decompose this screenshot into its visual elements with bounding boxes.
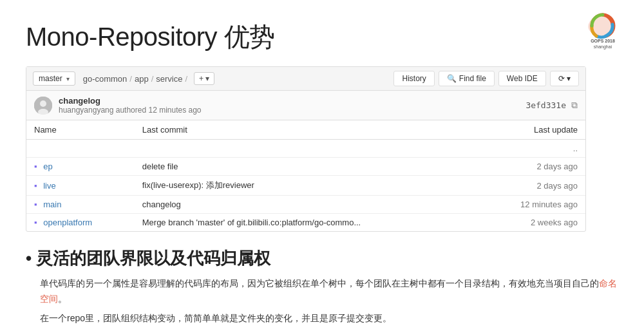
commit-row: changelog huangyangyang authored 12 minu… bbox=[26, 91, 585, 120]
find-file-button[interactable]: 🔍 Find file bbox=[439, 71, 495, 86]
bullet-heading-text: • 灵活的团队界限以及代码归属权 bbox=[26, 247, 270, 270]
search-icon: 🔍 bbox=[447, 74, 457, 83]
commit-name: changelog bbox=[59, 96, 526, 106]
slash-3: / bbox=[185, 74, 187, 84]
table-row: ▪ openplatform Merge branch 'master' of … bbox=[26, 214, 585, 232]
file-name-cell: ▪ live bbox=[26, 176, 135, 196]
namespace-link[interactable]: 命名空间 bbox=[40, 278, 617, 304]
svg-point-4 bbox=[40, 100, 46, 107]
more-button[interactable]: ⟳ ▾ bbox=[550, 71, 579, 86]
table-row: ▪ live fix(live-userexp): 添加reviewer 2 d… bbox=[26, 176, 585, 196]
branch-label: master bbox=[39, 74, 62, 83]
paragraph-1: 单代码库的另一个属性是容易理解的代码库的布局，因为它被组织在单个树中，每个团队在… bbox=[26, 276, 618, 307]
commit-info: changelog huangyangyang authored 12 minu… bbox=[59, 96, 526, 115]
svg-text:GOPS 2018: GOPS 2018 bbox=[591, 39, 615, 43]
breadcrumb-part-2: app bbox=[135, 74, 149, 84]
parent-dir-link[interactable]: .. bbox=[26, 140, 585, 158]
copy-icon[interactable]: ⧉ bbox=[571, 100, 578, 111]
file-link[interactable]: ep bbox=[43, 162, 52, 171]
folder-icon: ▪ bbox=[34, 200, 37, 209]
slash-1: / bbox=[129, 74, 132, 84]
file-name-cell: ▪ ep bbox=[26, 158, 135, 176]
bottom-section: • 灵活的团队界限以及代码归属权 单代码库的另一个属性是容易理解的代码库的布局，… bbox=[26, 245, 618, 326]
last-commit-cell: fix(live-userexp): 添加reviewer bbox=[135, 176, 478, 196]
breadcrumb-part-1: go-common bbox=[83, 74, 128, 84]
slash-2: / bbox=[151, 74, 154, 84]
table-row: .. bbox=[26, 140, 585, 158]
history-button[interactable]: History bbox=[393, 71, 434, 86]
page-title: Mono-Repository 优势 bbox=[26, 19, 618, 55]
col-header-name: Name bbox=[26, 120, 135, 140]
last-commit-cell: Merge branch 'master' of git.bilibili.co… bbox=[135, 214, 478, 232]
table-row: ▪ ep delete file 2 days ago bbox=[26, 158, 585, 176]
commit-hash: 3efd331e bbox=[526, 100, 566, 110]
commit-author: huangyangyang authored 12 minutes ago bbox=[59, 106, 526, 115]
table-header-row: Name Last commit Last update bbox=[26, 120, 585, 140]
folder-icon: ▪ bbox=[34, 162, 37, 171]
breadcrumb: go-common / app / service / + ▾ bbox=[82, 72, 390, 85]
web-ide-button[interactable]: Web IDE bbox=[498, 71, 546, 86]
breadcrumb-part-3: service bbox=[156, 74, 182, 84]
find-file-label: Find file bbox=[459, 74, 486, 83]
last-update-cell: 2 days ago bbox=[478, 158, 585, 176]
col-header-update: Last update bbox=[478, 120, 585, 140]
col-header-commit: Last commit bbox=[135, 120, 478, 140]
branch-selector[interactable]: master ▾ bbox=[33, 71, 75, 86]
toolbar-row: master ▾ go-common / app / service / + ▾… bbox=[26, 67, 585, 91]
avatar bbox=[34, 97, 52, 115]
file-name-cell: ▪ main bbox=[26, 196, 135, 214]
file-link[interactable]: main bbox=[43, 200, 61, 209]
page-container: GOPS 2018 shanghai Mono-Repository 优势 ma… bbox=[0, 0, 644, 329]
paragraph-2: 在一个repo里，团队组织结构变动，简简单单就是文件夹的变化，并且是原子提交变更… bbox=[26, 311, 618, 326]
svg-text:shanghai: shanghai bbox=[594, 44, 612, 50]
last-update-cell: 2 weeks ago bbox=[478, 214, 585, 232]
last-commit-cell: changelog bbox=[135, 196, 478, 214]
last-update-cell: 12 minutes ago bbox=[478, 196, 585, 214]
chevron-down-icon: ▾ bbox=[66, 75, 70, 82]
file-name-cell: ▪ openplatform bbox=[26, 214, 135, 232]
file-link[interactable]: live bbox=[43, 181, 56, 191]
file-table: Name Last commit Last update .. ▪ ep del… bbox=[26, 120, 585, 231]
folder-icon: ▪ bbox=[34, 181, 37, 191]
bullet-heading: • 灵活的团队界限以及代码归属权 bbox=[26, 247, 618, 270]
toolbar-right: History 🔍 Find file Web IDE ⟳ ▾ bbox=[390, 71, 579, 86]
add-file-button[interactable]: + ▾ bbox=[194, 72, 214, 85]
file-link[interactable]: openplatform bbox=[43, 218, 92, 227]
table-row: ▪ main changelog 12 minutes ago bbox=[26, 196, 585, 214]
last-commit-cell: delete file bbox=[135, 158, 478, 176]
logo-container: GOPS 2018 shanghai bbox=[577, 12, 629, 50]
last-update-cell: 2 days ago bbox=[478, 176, 585, 196]
browser-area: master ▾ go-common / app / service / + ▾… bbox=[26, 66, 586, 232]
folder-icon: ▪ bbox=[34, 218, 37, 227]
